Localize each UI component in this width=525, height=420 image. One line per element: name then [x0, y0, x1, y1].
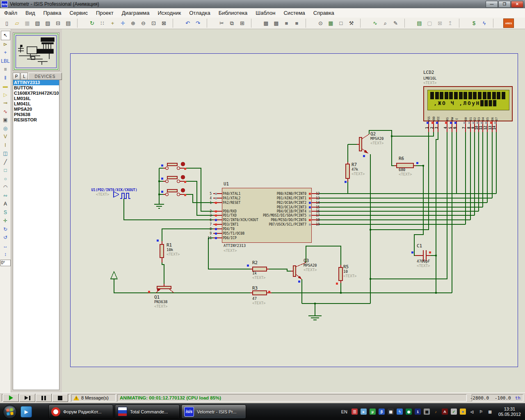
arc-2d-icon[interactable]: ◠: [1, 183, 10, 192]
bus-mode-icon[interactable]: ‖: [1, 74, 10, 82]
origin-icon[interactable]: +: [108, 18, 117, 28]
device-list-item[interactable]: ATTINY2313: [13, 80, 59, 85]
sep[interactable]: [459, 18, 468, 28]
graph-mode-icon[interactable]: ∿: [1, 107, 10, 116]
download-master-icon[interactable]: ϟ: [397, 409, 403, 415]
play-button[interactable]: [3, 394, 19, 402]
zoom-all-icon[interactable]: ⊠: [159, 18, 169, 28]
new-sheet-icon[interactable]: ▢: [425, 18, 434, 28]
menu-item[interactable]: Исходник: [153, 9, 185, 18]
redo-icon[interactable]: ↷: [193, 18, 203, 28]
schematic-canvas[interactable]: [62, 29, 525, 393]
goto-sheet-icon[interactable]: ↥: [445, 18, 455, 28]
media-player-taskbar-icon[interactable]: ▶: [21, 406, 32, 418]
speaker-icon[interactable]: ◁: [469, 409, 475, 415]
path-2d-icon[interactable]: ∾: [1, 192, 10, 200]
keyboard-icon[interactable]: ▤: [388, 409, 394, 415]
volume-mixer-icon[interactable]: ♪: [433, 409, 439, 415]
calculator-icon[interactable]: ▦: [424, 409, 430, 415]
selection-mode-icon[interactable]: ↖: [1, 31, 10, 40]
menu-item[interactable]: Библиотека: [215, 9, 252, 18]
close-button[interactable]: ✕: [511, 1, 523, 8]
electrical-rules-check-icon[interactable]: ϟ: [479, 18, 489, 28]
taskbar-button-isis[interactable]: isis Velometr - ISIS Pr...: [181, 404, 246, 419]
packaging-tool-icon[interactable]: □: [336, 18, 346, 28]
zoom-in-icon[interactable]: ⊕: [128, 18, 138, 28]
symbol-2d-icon[interactable]: S: [1, 208, 10, 217]
zoom-area-icon[interactable]: ⊡: [149, 18, 158, 28]
box-2d-icon[interactable]: □: [1, 166, 10, 175]
block-rotate-icon[interactable]: ■: [282, 18, 291, 28]
remove-sheet-icon[interactable]: ⊠: [435, 18, 445, 28]
sep[interactable]: [360, 18, 370, 28]
device-pin-mode-icon[interactable]: ⊸: [1, 99, 10, 107]
block-move-icon[interactable]: ▩: [272, 18, 281, 28]
device-list-item[interactable]: BUTTON: [13, 85, 59, 91]
virtual-instrument-mode-icon[interactable]: ◫: [1, 149, 10, 158]
taskbar-clock[interactable]: 13:31 05.05.2012: [498, 406, 521, 417]
sep[interactable]: [306, 18, 315, 28]
save-icon[interactable]: ▦: [23, 18, 32, 28]
wire-label-mode-icon[interactable]: LBL: [1, 57, 10, 66]
webmoney-icon[interactable]: ◉: [406, 409, 412, 415]
messages-panel[interactable]: ! 8 Message(s): [71, 394, 116, 402]
grid-toggle-icon[interactable]: ∷: [98, 18, 107, 28]
menu-item[interactable]: Шаблон: [251, 9, 279, 18]
media-player-tray-icon[interactable]: ▸: [361, 409, 367, 415]
device-list-item[interactable]: LM041L: [13, 101, 59, 107]
import-section-icon[interactable]: ▧: [33, 18, 42, 28]
pause-button[interactable]: [36, 394, 52, 402]
pick-device-icon[interactable]: ⊙: [316, 18, 325, 28]
menu-item[interactable]: Диаграмма: [118, 9, 154, 18]
device-list-item[interactable]: MPSA20: [13, 107, 59, 112]
menu-item[interactable]: Сервис: [65, 9, 92, 18]
voltage-probe-mode-icon[interactable]: V: [1, 132, 10, 141]
action-center-flag-icon[interactable]: ⚐: [478, 409, 484, 415]
copy-icon[interactable]: ⧉: [227, 18, 237, 28]
device-list-item[interactable]: LM016L: [13, 96, 59, 101]
make-device-icon[interactable]: ▦: [326, 18, 336, 28]
menu-item[interactable]: Правка: [39, 9, 66, 18]
restore-button[interactable]: ❐: [498, 1, 511, 8]
block-copy-icon[interactable]: ▩: [261, 18, 271, 28]
device-list-item[interactable]: C1608X7R1H472K/10: [13, 91, 59, 96]
device-list-item[interactable]: PN3638: [13, 112, 59, 117]
menu-item[interactable]: Справка: [309, 9, 338, 18]
paste-icon[interactable]: ⊞: [237, 18, 247, 28]
overview-window[interactable]: [13, 32, 59, 71]
export-section-icon[interactable]: ▨: [43, 18, 52, 28]
undo-icon[interactable]: ↶: [183, 18, 192, 28]
rotate-ccw-icon[interactable]: ↺: [1, 233, 10, 242]
text-script-mode-icon[interactable]: ≡: [1, 65, 10, 74]
menu-item[interactable]: Файл: [0, 9, 21, 18]
usb-safely-remove-icon[interactable]: ✓: [451, 409, 457, 415]
sep[interactable]: [77, 18, 87, 28]
start-button[interactable]: [2, 404, 17, 419]
sep[interactable]: [493, 18, 502, 28]
terminal-mode-icon[interactable]: ▷: [1, 91, 10, 99]
flip-vertical-icon[interactable]: ↕: [1, 250, 10, 259]
user-account-icon[interactable]: ●: [460, 409, 466, 415]
marker-2d-icon[interactable]: ✛: [1, 217, 10, 225]
device-list-item[interactable]: RESISTOR: [13, 117, 59, 123]
decompose-icon[interactable]: ⚒: [347, 18, 356, 28]
new-file-icon[interactable]: ▯: [2, 18, 11, 28]
menu-item[interactable]: Отладка: [185, 9, 214, 18]
component-mode-icon[interactable]: ⊳: [1, 40, 10, 49]
print-area-icon[interactable]: ▤: [64, 18, 73, 28]
sep[interactable]: [207, 18, 216, 28]
sep[interactable]: [251, 18, 260, 28]
print-icon[interactable]: ⊟: [53, 18, 63, 28]
redraw-icon[interactable]: ↻: [87, 18, 97, 28]
step-button[interactable]: [19, 394, 35, 402]
pick-parts-button[interactable]: P: [13, 73, 20, 80]
design-explorer-icon[interactable]: ▤: [415, 18, 424, 28]
search-tag-icon[interactable]: ⌕: [381, 18, 390, 28]
menu-item[interactable]: Проект: [92, 9, 118, 18]
current-probe-mode-icon[interactable]: I: [1, 141, 10, 150]
wire-autorouter-icon[interactable]: ∿: [370, 18, 380, 28]
subcircuit-mode-icon[interactable]: ▬: [1, 82, 10, 91]
rotate-cw-icon[interactable]: ↻: [1, 225, 10, 234]
bill-of-materials-icon[interactable]: $: [469, 18, 479, 28]
utorrent-icon[interactable]: µ: [370, 409, 376, 415]
